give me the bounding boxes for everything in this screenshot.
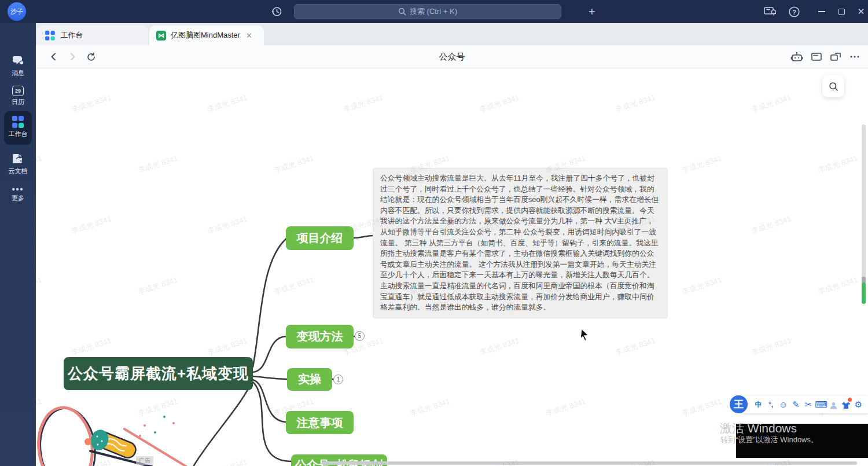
vertical-scrollbar-thumb[interactable]	[862, 282, 866, 304]
activate-windows-subtitle: 转到“设置”以激活 Windows。	[720, 435, 818, 445]
more-actions-icon[interactable]	[847, 49, 862, 64]
history-icon[interactable]	[269, 3, 285, 20]
chinese-mode-icon[interactable]: 中	[752, 396, 764, 413]
window-maximize-button[interactable]	[833, 4, 849, 19]
workbench-grid-icon	[45, 31, 54, 40]
ime-toolbar: 中 °‚ ☺ ✎ ✂ ⌨ ⚙	[737, 396, 868, 413]
sidebar-item-workbench[interactable]: 工作台	[0, 116, 36, 137]
sidebar-item-calendar[interactable]: 29 日历	[0, 86, 36, 105]
settings-icon[interactable]: ⚙	[852, 396, 865, 413]
bot-icon[interactable]	[789, 49, 804, 64]
new-tab-button[interactable]: +	[584, 3, 599, 20]
close-icon: ✕	[858, 6, 865, 17]
skin-icon[interactable]	[840, 396, 852, 413]
search-input[interactable]: 搜索 (Ctrl + K)	[294, 4, 561, 19]
sidebar-item-label: 日历	[12, 98, 24, 105]
punctuation-icon[interactable]: °‚	[765, 396, 777, 413]
announcement-icon[interactable]	[762, 4, 778, 19]
mindmap-root-node[interactable]: 公众号霸屏截流+私域变现	[64, 357, 253, 390]
emoji-icon[interactable]: ☺	[777, 396, 789, 413]
app-titlebar: 沙子 搜索 (Ctrl + K) + ? ✕	[0, 0, 868, 23]
mindmap-node-intro[interactable]: 项目介绍	[286, 226, 354, 250]
tab-label: 亿图脑图MindMaster	[171, 30, 240, 41]
collapsed-count-badge[interactable]: 1	[333, 375, 343, 384]
page-title: 公众号	[36, 45, 868, 68]
sidebar-item-label: 云文档	[9, 167, 28, 174]
horizontal-scrollbar-thumb[interactable]	[322, 461, 857, 465]
tab-strip: 工作台 ⋈ 亿图脑图MindMaster ✕	[36, 23, 868, 45]
note-paragraph: 公众号领域主动搜索流量是巨大。从去年11月至今，我注册了四十多个号了，也被封过三…	[380, 173, 660, 281]
sidebar-item-label: 工作台	[9, 130, 28, 137]
tab-mindmaster[interactable]: ⋈ 亿图脑图MindMaster ✕	[149, 25, 264, 45]
open-in-window-icon[interactable]	[828, 49, 843, 64]
help-icon[interactable]: ?	[786, 4, 802, 19]
ad-illustration	[32, 401, 223, 466]
mindmap-node-practice[interactable]: 实操	[287, 368, 332, 391]
workbench-grid-icon	[12, 116, 24, 128]
maximize-icon	[838, 9, 845, 15]
tab-close-icon[interactable]: ✕	[246, 31, 252, 40]
note-paragraph: 主动搜索流量一直是精准流量的代名词，百度和阿里商业帝国的根本（百度竞价和淘宝直通…	[380, 281, 660, 313]
sidebar-item-clouddocs[interactable]: 云文档	[0, 152, 36, 174]
search-icon	[829, 82, 838, 91]
svg-text:?: ?	[792, 8, 796, 15]
user-avatar[interactable]: 沙子	[8, 2, 26, 21]
calendar-icon: 29	[12, 86, 24, 96]
nav-back-button[interactable]	[46, 49, 61, 64]
window-minimize-button[interactable]	[814, 4, 830, 19]
search-placeholder: 搜索 (Ctrl + K)	[410, 6, 457, 17]
sidebar-item-label: 消息	[12, 69, 24, 76]
sidebar-item-messages[interactable]: 消息	[0, 53, 36, 76]
notification-dot	[848, 398, 852, 402]
handwriting-icon[interactable]: ✎	[790, 396, 802, 413]
mindmap-node-cautions[interactable]: 注意事项	[286, 411, 354, 434]
canvas-search-button[interactable]	[822, 75, 844, 97]
keyboard-icon[interactable]: ⌨	[815, 396, 827, 413]
mindmap-note-block[interactable]: 公众号领域主动搜索流量是巨大。从去年11月至今，我注册了四十多个号了，也被封过三…	[373, 168, 668, 318]
tab-label: 工作台	[61, 30, 83, 41]
tab-workbench[interactable]: 工作台	[37, 25, 148, 45]
chat-bubble-icon	[11, 53, 25, 67]
nav-refresh-button[interactable]	[83, 49, 98, 64]
clipboard-scissors-icon[interactable]: ✂	[803, 396, 815, 413]
ad-label: 广告	[136, 456, 153, 465]
mindmaster-logo-icon: ⋈	[156, 31, 166, 41]
sidebar-item-label: 更多	[12, 195, 24, 201]
more-dots-icon: •••	[12, 186, 24, 192]
minimize-icon	[818, 11, 825, 12]
window-view-icon[interactable]	[809, 49, 824, 64]
account-icon[interactable]	[827, 396, 840, 413]
window-close-button[interactable]: ✕	[853, 4, 868, 19]
search-icon	[398, 8, 406, 16]
ime-logo-icon[interactable]: 王	[730, 395, 748, 413]
nav-forward-button[interactable]	[65, 49, 80, 64]
activate-windows-title: 激活 Windows	[720, 420, 797, 436]
cloud-doc-icon	[12, 152, 25, 165]
doc-toolbar: 公众号	[36, 45, 868, 68]
app-sidebar: 消息 29 日历 工作台 云文档 ••• 更多	[0, 23, 36, 466]
collapsed-count-badge[interactable]: 5	[355, 331, 365, 341]
mindmap-node-monetize[interactable]: 变现方法	[286, 325, 354, 348]
sidebar-item-more[interactable]: ••• 更多	[0, 186, 36, 201]
